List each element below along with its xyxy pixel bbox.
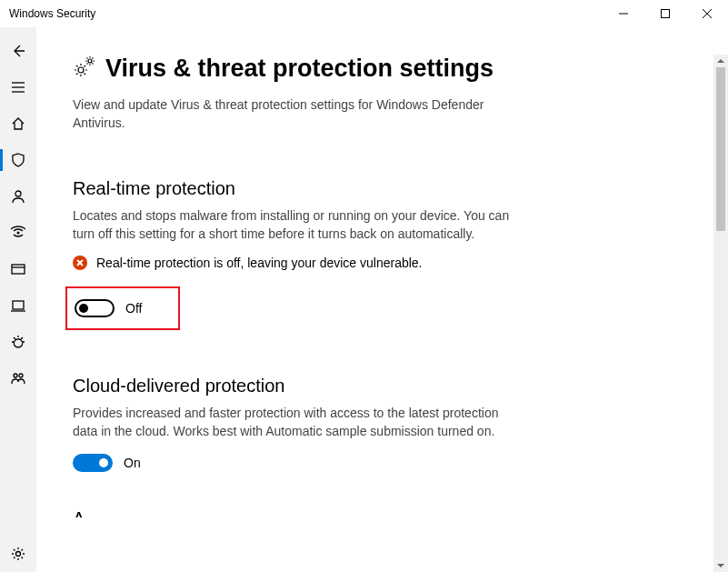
nav-firewall[interactable] [0, 215, 36, 251]
realtime-toggle-label: Off [125, 301, 142, 316]
svg-point-15 [16, 552, 21, 557]
window-title: Windows Security [9, 7, 603, 20]
cloud-section-title: Cloud-delivered protection [73, 376, 692, 396]
scroll-down-arrow[interactable] [713, 559, 728, 572]
svg-point-13 [14, 374, 17, 377]
warning-icon [73, 256, 87, 270]
page-description: View and update Virus & threat protectio… [73, 95, 518, 133]
realtime-section-description: Locates and stops malware from installin… [73, 206, 518, 244]
page-header: Virus & threat protection settings [73, 55, 692, 83]
scroll-thumb[interactable] [716, 67, 725, 231]
cloud-toggle[interactable] [73, 454, 113, 472]
maximize-button[interactable] [644, 0, 686, 27]
titlebar: Windows Security [0, 0, 728, 27]
nav-virus-protection[interactable] [0, 142, 36, 178]
cloud-section-description: Provides increased and faster protection… [73, 404, 518, 441]
svg-rect-1 [662, 10, 670, 18]
realtime-toggle[interactable] [75, 299, 115, 317]
back-button[interactable] [0, 33, 36, 69]
gears-icon [73, 55, 96, 82]
minimize-button[interactable] [603, 0, 644, 27]
nav-menu-button[interactable] [0, 69, 36, 105]
svg-rect-11 [13, 301, 24, 309]
svg-point-17 [88, 59, 92, 63]
nav-app-browser-control[interactable] [0, 251, 36, 287]
window-controls [603, 0, 728, 27]
cloud-toggle-label: On [124, 456, 141, 470]
realtime-toggle-highlight: Off [65, 286, 180, 330]
nav-device-security[interactable] [0, 287, 36, 324]
close-button[interactable] [686, 0, 728, 27]
nav-home[interactable] [0, 105, 36, 142]
scroll-up-arrow[interactable] [713, 55, 728, 67]
realtime-warning: Real-time protection is off, leaving you… [73, 256, 692, 270]
partial-section-title: A [73, 508, 692, 517]
main-content: Virus & threat protection settings View … [36, 27, 728, 572]
scrollbar[interactable] [713, 55, 728, 572]
svg-rect-9 [12, 265, 25, 274]
warning-text: Real-time protection is off, leaving you… [96, 256, 422, 270]
realtime-section-title: Real-time protection [73, 178, 692, 199]
page-title: Virus & threat protection settings [105, 55, 494, 83]
sidebar [0, 27, 36, 572]
svg-point-16 [78, 67, 84, 73]
nav-family-options[interactable] [0, 360, 36, 396]
svg-point-7 [15, 191, 21, 196]
nav-device-performance[interactable] [0, 324, 36, 360]
nav-settings[interactable] [0, 536, 36, 572]
svg-point-14 [19, 374, 23, 377]
nav-account-protection[interactable] [0, 178, 36, 215]
cloud-toggle-row: On [73, 454, 692, 472]
svg-point-8 [17, 232, 20, 235]
